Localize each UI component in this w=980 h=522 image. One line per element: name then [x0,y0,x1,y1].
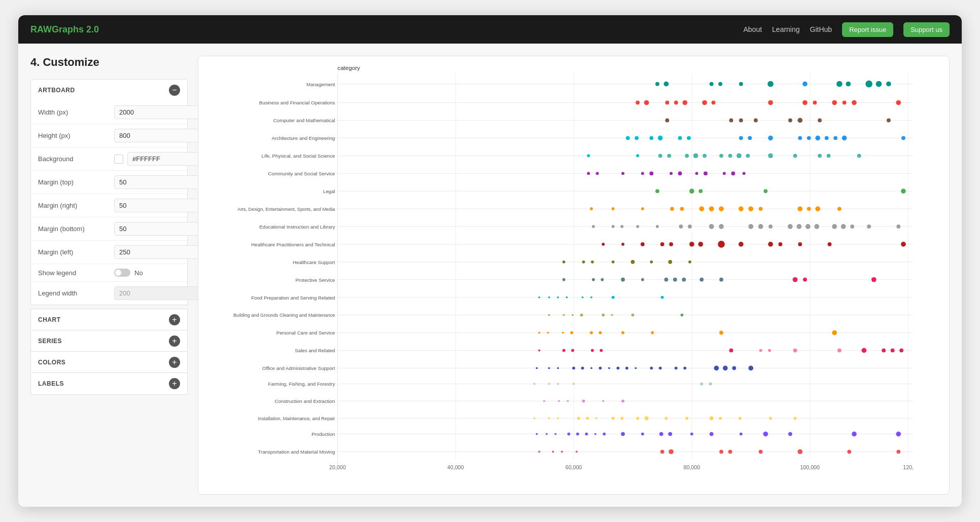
svg-point-286 [636,417,639,420]
svg-point-210 [681,314,684,317]
labels-section-header[interactable]: LABELS + [30,372,188,395]
svg-point-193 [538,296,540,299]
svg-point-282 [586,417,589,420]
svg-point-169 [582,260,585,264]
svg-point-205 [572,314,574,316]
svg-point-318 [538,451,540,453]
svg-point-124 [807,207,811,211]
svg-point-266 [700,382,703,385]
svg-point-108 [763,189,767,193]
svg-point-97 [678,171,682,175]
svg-point-303 [594,433,597,435]
svg-point-106 [689,189,694,194]
svg-point-248 [608,367,610,369]
svg-point-116 [680,207,684,211]
svg-point-165 [901,242,906,247]
svg-point-243 [557,367,559,369]
labels-expand-icon[interactable]: + [169,378,180,389]
svg-point-215 [562,332,564,334]
svg-point-287 [645,416,649,420]
show-legend-toggle[interactable] [114,269,130,277]
svg-point-292 [739,417,742,420]
report-issue-button[interactable]: Report issue [842,22,893,37]
svg-point-26 [886,82,891,87]
svg-point-327 [797,449,802,454]
height-input[interactable] [114,129,209,142]
svg-point-186 [699,278,704,282]
svg-point-187 [719,278,723,282]
svg-point-275 [621,399,624,402]
margin-bottom-label: Margin (bottom) [38,225,109,233]
svg-point-74 [636,154,639,157]
colors-section-header[interactable]: COLORS + [30,351,188,374]
svg-point-152 [602,243,605,246]
svg-point-232 [768,349,771,352]
svg-point-181 [621,278,625,282]
svg-point-259 [748,366,753,371]
width-input[interactable] [114,105,209,119]
nav-right: About Learning GitHub Report issue Suppo… [743,22,950,37]
svg-text:Transportation and Material Mo: Transportation and Material Moving [258,449,335,455]
color-swatch[interactable] [114,155,123,164]
artboard-section-header[interactable]: ARTBOARD − [30,79,188,101]
svg-point-231 [759,349,762,352]
chart-inner: category 20 [198,56,949,494]
chart-section-header[interactable]: CHART + [30,309,188,331]
svg-point-253 [659,366,662,369]
svg-point-242 [548,367,550,369]
svg-point-131 [620,225,623,228]
support-us-button[interactable]: Support us [903,22,950,37]
svg-point-241 [536,367,538,369]
series-section-header[interactable]: SERIES + [30,330,188,352]
svg-point-94 [641,172,644,175]
svg-point-60 [687,136,691,140]
svg-point-190 [871,277,877,282]
height-label: Height (px) [38,132,109,139]
svg-point-179 [592,278,595,281]
margin-top-row: Margin (top) [31,171,187,194]
margin-top-input[interactable] [114,175,209,189]
svg-point-229 [600,349,603,352]
margin-left-input[interactable] [114,245,209,259]
svg-point-61 [739,136,743,140]
svg-point-57 [649,136,653,140]
chart-expand-icon[interactable]: + [169,314,180,325]
artboard-collapse-icon[interactable]: − [169,85,180,96]
margin-bottom-input[interactable] [114,222,209,236]
svg-point-91 [587,172,590,175]
svg-point-49 [788,119,792,123]
svg-point-321 [576,451,578,453]
margin-right-input[interactable] [114,199,209,212]
svg-point-98 [695,172,698,175]
colors-expand-icon[interactable]: + [169,357,180,368]
svg-point-218 [599,331,602,334]
svg-point-171 [612,260,615,264]
svg-text:Protective Service: Protective Service [295,277,335,283]
svg-point-196 [566,296,568,299]
svg-text:120,: 120, [903,464,914,470]
svg-point-45 [665,119,669,123]
svg-point-79 [703,154,707,158]
svg-point-325 [728,450,732,454]
nav-about[interactable]: About [743,25,762,33]
svg-point-158 [698,242,703,247]
svg-point-252 [650,366,653,369]
svg-point-66 [815,135,820,140]
svg-point-311 [740,432,743,435]
svg-point-113 [612,207,615,210]
svg-point-195 [557,296,559,299]
svg-point-207 [602,314,605,317]
nav-learning[interactable]: Learning [772,25,800,33]
svg-point-122 [759,207,763,211]
svg-text:100,000: 100,000 [800,464,820,470]
svg-point-255 [683,366,686,369]
svg-point-324 [719,450,723,454]
svg-point-46 [729,119,733,123]
svg-point-274 [602,400,604,402]
svg-point-99 [704,171,708,175]
svg-point-64 [798,136,802,140]
svg-point-199 [612,296,615,299]
series-expand-icon[interactable]: + [169,335,180,347]
svg-text:Management: Management [306,82,335,87]
nav-github[interactable]: GitHub [810,25,832,33]
